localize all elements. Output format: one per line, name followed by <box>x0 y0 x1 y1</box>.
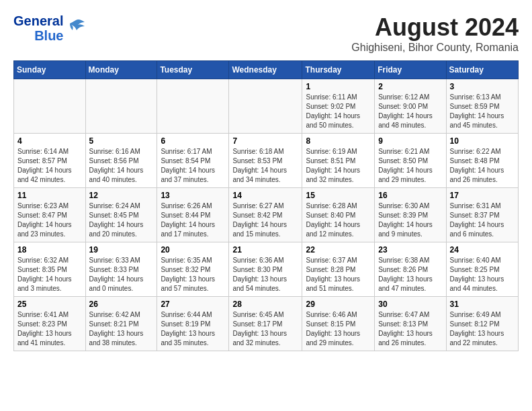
day-info: Sunrise: 6:23 AM Sunset: 8:47 PM Dayligh… <box>17 201 82 239</box>
day-number: 31 <box>450 300 515 309</box>
day-info: Sunrise: 6:45 AM Sunset: 8:17 PM Dayligh… <box>232 310 298 348</box>
calendar-week-1: 1Sunrise: 6:11 AM Sunset: 9:02 PM Daylig… <box>14 79 519 134</box>
calendar-cell: 1Sunrise: 6:11 AM Sunset: 9:02 PM Daylig… <box>302 79 375 134</box>
day-info: Sunrise: 6:24 AM Sunset: 8:45 PM Dayligh… <box>89 201 154 239</box>
calendar-cell: 11Sunrise: 6:23 AM Sunset: 8:47 PM Dayli… <box>14 188 86 242</box>
title-section: August 2024 Ghighiseni, Bihor County, Ro… <box>351 13 519 54</box>
header-wednesday: Wednesday <box>229 61 302 79</box>
day-info: Sunrise: 6:13 AM Sunset: 8:59 PM Dayligh… <box>450 93 515 130</box>
calendar-cell <box>157 79 229 134</box>
day-info: Sunrise: 6:47 AM Sunset: 8:13 PM Dayligh… <box>378 310 442 348</box>
calendar-cell: 16Sunrise: 6:30 AM Sunset: 8:39 PM Dayli… <box>375 188 446 242</box>
day-info: Sunrise: 6:16 AM Sunset: 8:56 PM Dayligh… <box>89 147 154 185</box>
day-number: 10 <box>450 136 515 146</box>
header-monday: Monday <box>85 61 157 79</box>
page-header: General Blue August 2024 Ghighiseni, Bih… <box>13 13 519 54</box>
day-number: 4 <box>17 136 82 146</box>
calendar-cell: 4Sunrise: 6:14 AM Sunset: 8:57 PM Daylig… <box>14 134 86 188</box>
calendar-cell: 19Sunrise: 6:33 AM Sunset: 8:33 PM Dayli… <box>85 242 157 297</box>
logo-line1: General <box>13 13 63 28</box>
calendar-week-3: 11Sunrise: 6:23 AM Sunset: 8:47 PM Dayli… <box>14 188 519 242</box>
day-info: Sunrise: 6:30 AM Sunset: 8:39 PM Dayligh… <box>378 201 442 239</box>
day-info: Sunrise: 6:35 AM Sunset: 8:32 PM Dayligh… <box>161 256 225 293</box>
month-year-title: August 2024 <box>351 13 519 42</box>
calendar-cell: 23Sunrise: 6:38 AM Sunset: 8:26 PM Dayli… <box>375 242 446 297</box>
calendar-cell <box>85 79 157 134</box>
day-info: Sunrise: 6:32 AM Sunset: 8:35 PM Dayligh… <box>17 256 82 293</box>
day-number: 29 <box>306 300 371 309</box>
day-info: Sunrise: 6:31 AM Sunset: 8:37 PM Dayligh… <box>450 201 515 239</box>
header-saturday: Saturday <box>446 61 518 79</box>
calendar-cell: 20Sunrise: 6:35 AM Sunset: 8:32 PM Dayli… <box>157 242 229 297</box>
day-info: Sunrise: 6:33 AM Sunset: 8:33 PM Dayligh… <box>89 256 154 293</box>
day-number: 25 <box>17 300 82 309</box>
day-number: 13 <box>161 191 225 200</box>
day-number: 28 <box>232 300 298 309</box>
day-number: 23 <box>378 245 442 255</box>
calendar-week-5: 25Sunrise: 6:41 AM Sunset: 8:23 PM Dayli… <box>14 297 519 351</box>
day-info: Sunrise: 6:44 AM Sunset: 8:19 PM Dayligh… <box>161 310 225 348</box>
day-info: Sunrise: 6:27 AM Sunset: 8:42 PM Dayligh… <box>232 201 298 239</box>
day-number: 3 <box>450 82 515 91</box>
day-number: 21 <box>232 245 298 255</box>
day-number: 6 <box>161 136 225 146</box>
day-number: 8 <box>306 136 371 146</box>
day-number: 24 <box>450 245 515 255</box>
day-number: 12 <box>89 191 154 200</box>
calendar-cell: 30Sunrise: 6:47 AM Sunset: 8:13 PM Dayli… <box>375 297 446 351</box>
calendar-cell <box>14 79 86 134</box>
day-number: 26 <box>89 300 154 309</box>
day-number: 19 <box>89 245 154 255</box>
calendar-cell: 28Sunrise: 6:45 AM Sunset: 8:17 PM Dayli… <box>229 297 302 351</box>
header-friday: Friday <box>375 61 446 79</box>
day-info: Sunrise: 6:46 AM Sunset: 8:15 PM Dayligh… <box>306 310 371 348</box>
calendar-table: SundayMondayTuesdayWednesdayThursdayFrid… <box>13 60 519 351</box>
day-info: Sunrise: 6:17 AM Sunset: 8:54 PM Dayligh… <box>161 147 225 185</box>
day-info: Sunrise: 6:11 AM Sunset: 9:02 PM Dayligh… <box>306 93 371 130</box>
day-number: 18 <box>17 245 82 255</box>
header-sunday: Sunday <box>14 61 86 79</box>
day-info: Sunrise: 6:14 AM Sunset: 8:57 PM Dayligh… <box>17 147 82 185</box>
calendar-cell: 8Sunrise: 6:19 AM Sunset: 8:51 PM Daylig… <box>302 134 375 188</box>
calendar-cell <box>229 79 302 134</box>
day-number: 9 <box>378 136 442 146</box>
day-number: 17 <box>450 191 515 200</box>
calendar-week-2: 4Sunrise: 6:14 AM Sunset: 8:57 PM Daylig… <box>14 134 519 188</box>
calendar-cell: 17Sunrise: 6:31 AM Sunset: 8:37 PM Dayli… <box>446 188 518 242</box>
day-info: Sunrise: 6:21 AM Sunset: 8:50 PM Dayligh… <box>378 147 442 185</box>
day-info: Sunrise: 6:19 AM Sunset: 8:51 PM Dayligh… <box>306 147 371 185</box>
calendar-cell: 26Sunrise: 6:42 AM Sunset: 8:21 PM Dayli… <box>85 297 157 351</box>
header-tuesday: Tuesday <box>157 61 229 79</box>
day-info: Sunrise: 6:37 AM Sunset: 8:28 PM Dayligh… <box>306 256 371 293</box>
calendar-cell: 25Sunrise: 6:41 AM Sunset: 8:23 PM Dayli… <box>14 297 86 351</box>
calendar-cell: 5Sunrise: 6:16 AM Sunset: 8:56 PM Daylig… <box>85 134 157 188</box>
day-number: 15 <box>306 191 371 200</box>
calendar-cell: 27Sunrise: 6:44 AM Sunset: 8:19 PM Dayli… <box>157 297 229 351</box>
location-subtitle: Ghighiseni, Bihor County, Romania <box>351 42 519 54</box>
calendar-cell: 6Sunrise: 6:17 AM Sunset: 8:54 PM Daylig… <box>157 134 229 188</box>
calendar-cell: 9Sunrise: 6:21 AM Sunset: 8:50 PM Daylig… <box>375 134 446 188</box>
day-info: Sunrise: 6:12 AM Sunset: 9:00 PM Dayligh… <box>378 93 442 130</box>
day-info: Sunrise: 6:28 AM Sunset: 8:40 PM Dayligh… <box>306 201 371 239</box>
day-number: 16 <box>378 191 442 200</box>
day-number: 14 <box>232 191 298 200</box>
logo-line2: Blue <box>34 28 63 43</box>
day-number: 22 <box>306 245 371 255</box>
header-thursday: Thursday <box>302 61 375 79</box>
calendar-cell: 7Sunrise: 6:18 AM Sunset: 8:53 PM Daylig… <box>229 134 302 188</box>
day-info: Sunrise: 6:18 AM Sunset: 8:53 PM Dayligh… <box>232 147 298 185</box>
calendar-cell: 10Sunrise: 6:22 AM Sunset: 8:48 PM Dayli… <box>446 134 518 188</box>
calendar-header-row: SundayMondayTuesdayWednesdayThursdayFrid… <box>14 61 519 79</box>
day-info: Sunrise: 6:26 AM Sunset: 8:44 PM Dayligh… <box>161 201 225 239</box>
calendar-cell: 15Sunrise: 6:28 AM Sunset: 8:40 PM Dayli… <box>302 188 375 242</box>
day-number: 5 <box>89 136 154 146</box>
calendar-cell: 12Sunrise: 6:24 AM Sunset: 8:45 PM Dayli… <box>85 188 157 242</box>
logo: General Blue <box>13 13 86 43</box>
day-number: 11 <box>17 191 82 200</box>
day-number: 30 <box>378 300 442 309</box>
day-info: Sunrise: 6:40 AM Sunset: 8:25 PM Dayligh… <box>450 256 515 293</box>
calendar-cell: 21Sunrise: 6:36 AM Sunset: 8:30 PM Dayli… <box>229 242 302 297</box>
calendar-cell: 3Sunrise: 6:13 AM Sunset: 8:59 PM Daylig… <box>446 79 518 134</box>
calendar-week-4: 18Sunrise: 6:32 AM Sunset: 8:35 PM Dayli… <box>14 242 519 297</box>
day-info: Sunrise: 6:49 AM Sunset: 8:12 PM Dayligh… <box>450 310 515 348</box>
